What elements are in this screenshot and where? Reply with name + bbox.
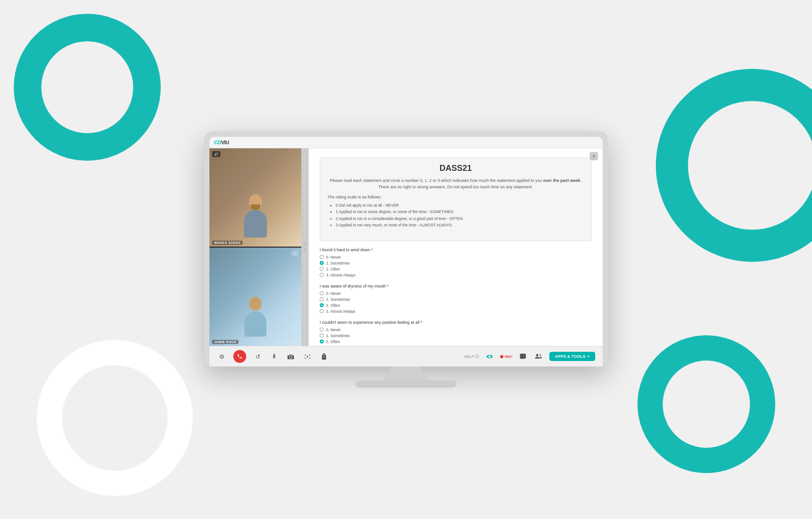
monitor-screen: COVIU 🔊 (209, 137, 603, 367)
refresh-button[interactable]: ↺ (253, 351, 263, 361)
video-feed-bottom: ⤢ JAMIE ROCK (209, 248, 301, 346)
avatar-head-1 (249, 194, 262, 209)
help-info-icon: ⓘ (475, 354, 479, 360)
rec-label: REC (505, 355, 513, 359)
browser-chrome: COVIU (209, 137, 603, 148)
avatar-person-2 (244, 297, 266, 337)
logo-co: CO (214, 140, 221, 145)
logo-viu: VIU (221, 140, 229, 145)
chevron-left-icon: ‹ (304, 243, 306, 247)
toolbar-right: HELP ⓘ REC (464, 351, 595, 361)
network-icon (485, 351, 495, 361)
rating-item-0: 0 Did not apply to me at all - NEVER (336, 202, 584, 209)
question-1-option-3[interactable]: 3. Almost Always (320, 273, 592, 277)
question-2-option-3[interactable]: 3. Almost Always (320, 309, 592, 314)
question-1-option-1[interactable]: 1. Sometimes (320, 261, 592, 265)
rec-indicator: REC (500, 355, 513, 359)
screenshot-button[interactable] (302, 351, 312, 361)
rating-scale-list: 0 Did not apply to me at all - NEVER 1 A… (327, 202, 584, 229)
rating-item-2: 2 Applied to me to a considerable degree… (336, 215, 584, 222)
end-call-button[interactable] (233, 350, 246, 363)
rating-item-3: 3 Applied to me very much, or most of th… (336, 222, 584, 228)
avatar-body-1 (244, 210, 267, 237)
option-label-q2-1: 1. Sometimes (326, 297, 350, 302)
video-panel: 🔊 WANDA SANDS (209, 148, 301, 346)
video-feed-top: 🔊 WANDA SANDS (209, 148, 301, 248)
dass-instructions: Please read each statement and circle a … (327, 178, 584, 190)
lock-button[interactable] (319, 351, 329, 361)
question-1-option-2[interactable]: 2. Often (320, 267, 592, 271)
camera-button[interactable] (286, 351, 296, 361)
question-3: I couldn't seem to experience any positi… (320, 320, 592, 344)
question-1-option-0[interactable]: 0. Never (320, 255, 592, 260)
radio-q1-1[interactable] (320, 261, 324, 265)
question-3-option-1[interactable]: 1. Sometimes (320, 333, 592, 338)
bg-decoration-teal-right-bottom (637, 335, 775, 473)
instructions-text: Please read each statement and circle a … (330, 178, 542, 183)
content-panel: × DASS21 Please read each statement and … (309, 148, 603, 346)
radio-q2-3[interactable] (320, 309, 324, 313)
question-3-option-2[interactable]: 2. Often (320, 339, 592, 344)
option-label-q2-2: 2. Often (326, 303, 340, 308)
option-label-q3-2: 2. Often (326, 339, 340, 344)
instruction-box: DASS21 Please read each statement and ci… (320, 158, 592, 241)
bg-decoration-teal-right (656, 69, 812, 262)
option-label-q1-0: 0. Never (326, 255, 341, 260)
option-label-q2-3: 3. Almost Always (326, 309, 355, 314)
monitor-stand-base (355, 380, 457, 388)
close-button[interactable]: × (590, 152, 598, 160)
question-1-label: I found it hard to wind down * (320, 248, 592, 252)
settings-button[interactable]: ⚙ (217, 351, 227, 361)
radio-q2-0[interactable] (320, 291, 324, 295)
option-label-q1-1: 1. Sometimes (326, 261, 350, 265)
radio-q2-2[interactable] (320, 303, 324, 307)
option-label-q3-0: 0. Never (326, 327, 341, 332)
expand-icon[interactable]: ⤢ (292, 250, 299, 256)
rating-scale-title: The rating scale is as follows: (327, 195, 584, 199)
apps-tools-plus-icon: + (587, 354, 590, 359)
radio-q3-2[interactable] (320, 339, 324, 344)
mic-button[interactable] (269, 351, 279, 361)
apps-tools-label: APPS & TOOLS (555, 354, 586, 359)
help-button[interactable]: HELP ⓘ (464, 354, 479, 360)
video-label-bottom: JAMIE ROCK (212, 340, 238, 344)
question-2: I was aware of dryness of my mouth * 0. … (320, 284, 592, 314)
video-label-top: WANDA SANDS (212, 241, 242, 245)
option-label-q3-1: 1. Sometimes (326, 333, 350, 338)
instructions-bold: over the past week. (543, 178, 581, 183)
option-label-q1-2: 2. Often (326, 267, 340, 271)
avatar-beard (251, 204, 260, 210)
chat-button[interactable] (518, 351, 528, 361)
question-2-option-1[interactable]: 1. Sometimes (320, 297, 592, 302)
radio-q3-0[interactable] (320, 327, 324, 332)
toolbar-left: ⚙ ↺ (217, 350, 329, 363)
radio-q2-1[interactable] (320, 297, 324, 301)
question-2-option-2[interactable]: 2. Often (320, 303, 592, 308)
rec-dot (500, 355, 503, 358)
monitor-stand-neck (383, 367, 429, 380)
avatar-body-2 (244, 311, 266, 337)
dass-title: DASS21 (327, 164, 584, 173)
apps-tools-button[interactable]: APPS & TOOLS + (549, 352, 595, 361)
question-3-option-0[interactable]: 0. Never (320, 327, 592, 332)
radio-q1-3[interactable] (320, 273, 324, 277)
app-container: 🔊 WANDA SANDS (209, 148, 603, 346)
bg-decoration-white-circle (37, 340, 193, 496)
option-label-q2-0: 0. Never (326, 291, 341, 296)
avatar-head-2 (249, 297, 261, 310)
instructions-end: There are no right or wrong answers. Do … (378, 185, 533, 189)
question-3-label: I couldn't seem to experience any positi… (320, 320, 592, 325)
help-label: HELP (464, 355, 474, 359)
toolbar: ⚙ ↺ (209, 346, 603, 367)
radio-q1-2[interactable] (320, 267, 324, 271)
panel-divider[interactable]: ‹ › (301, 148, 309, 346)
radio-q3-1[interactable] (320, 333, 324, 338)
monitor: COVIU 🔊 (204, 131, 608, 388)
question-2-option-0[interactable]: 0. Never (320, 291, 592, 296)
option-label-q1-3: 3. Almost Always (326, 273, 355, 277)
people-button[interactable] (534, 351, 544, 361)
question-2-label: I was aware of dryness of my mouth * (320, 284, 592, 288)
radio-q1-0[interactable] (320, 255, 324, 259)
question-1: I found it hard to wind down * 0. Never … (320, 248, 592, 277)
audio-icon[interactable]: 🔊 (212, 151, 220, 157)
